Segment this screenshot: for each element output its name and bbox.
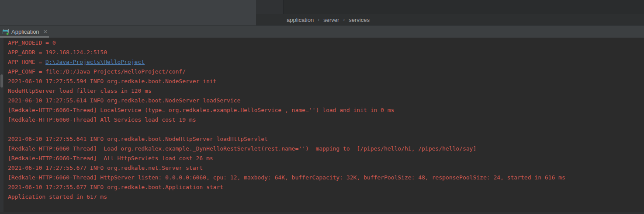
log-text: [Redkale-HTTP:6060-Thread] HttpServer li… — [8, 174, 565, 181]
console-line: APP_NODEID = 0 — [8, 38, 644, 48]
ide-window: application › server › services Applicat… — [0, 0, 644, 214]
run-console-icon — [2, 28, 9, 35]
log-text: 2021-06-10 17:27:55.677 INFO org.redkale… — [8, 165, 203, 171]
console-line: 2021-06-10 17:27:55.614 INFO org.redkale… — [8, 96, 644, 105]
header-region: application › server › services — [0, 0, 644, 25]
log-text: [Redkale-HTTP:6060-Thread] All HttpServl… — [8, 155, 213, 161]
file-path-link[interactable]: D:\Java-Projects\HelloProject — [45, 59, 145, 65]
tab-label: Application — [11, 28, 39, 36]
log-text: 2021-06-10 17:27:55.641 INFO org.redkale… — [8, 136, 268, 142]
close-icon[interactable]: ✕ — [43, 29, 48, 35]
console-line: 2021-06-10 17:27:55.641 INFO org.redkale… — [8, 134, 644, 144]
console-bottom-edge — [0, 212, 644, 214]
console-line: NodeHttpServer load filter class in 120 … — [8, 86, 644, 96]
console-line: 2021-06-10 17:27:55.677 INFO org.redkale… — [8, 182, 644, 192]
breadcrumb: application › server › services — [256, 14, 644, 25]
log-text: [Redkale-HTTP:6060-Thread] LocalService … — [8, 107, 394, 113]
console-output: APP_NODEID = 0APP_ADDR = 192.168.124.2:5… — [0, 38, 644, 214]
breadcrumb-separator-icon: › — [318, 17, 319, 23]
log-text: APP_NODEID = 0 — [8, 39, 56, 46]
header-dark-block — [284, 0, 644, 14]
console-line — [8, 125, 644, 134]
log-text: [Redkale-HTTP:6060-Thread] All Services … — [8, 116, 196, 123]
log-text: NodeHttpServer load filter class in 120 … — [8, 88, 152, 94]
console-line: [Redkale-HTTP:6060-Thread] Load org.redk… — [8, 144, 644, 154]
breadcrumb-separator-icon: › — [343, 17, 345, 23]
log-text: 2021-06-10 17:27:55.677 INFO org.redkale… — [8, 184, 223, 190]
console-line: APP_CONF = file:/D:/Java-Projects/HelloP… — [8, 67, 644, 77]
editor-empty-panel — [0, 0, 256, 25]
breadcrumb-item-application[interactable]: application — [287, 17, 314, 23]
run-toolwindow-tabbar: Application ✕ — [0, 25, 644, 38]
log-text: 2021-06-10 17:27:55.594 INFO org.redkale… — [8, 78, 216, 84]
header-right-blocks — [256, 0, 644, 14]
console-scrollbar-thumb[interactable] — [0, 74, 3, 88]
log-text: [Redkale-HTTP:6060-Thread] Load org.redk… — [8, 145, 476, 152]
console-line: [Redkale-HTTP:6060-Thread] LocalService … — [8, 105, 644, 115]
console-log: APP_NODEID = 0APP_ADDR = 192.168.124.2:5… — [8, 38, 644, 202]
console-line: Application started in 617 ms — [8, 192, 644, 202]
console-scrollbar-track[interactable] — [0, 38, 3, 214]
console-line: 2021-06-10 17:27:55.594 INFO org.redkale… — [8, 77, 644, 86]
log-text: 2021-06-10 17:27:55.614 INFO org.redkale… — [8, 97, 240, 104]
log-text: APP_ADDR = 192.168.124.2:5150 — [8, 49, 107, 56]
header-divider-block — [256, 0, 284, 14]
breadcrumb-item-services[interactable]: services — [349, 17, 370, 23]
log-text: APP_HOME = — [8, 59, 45, 65]
console-line: APP_ADDR = 192.168.124.2:5150 — [8, 48, 644, 57]
console-line: APP_HOME = D:\Java-Projects\HelloProject — [8, 57, 644, 67]
breadcrumb-item-server[interactable]: server — [323, 17, 339, 23]
tab-application[interactable]: Application ✕ — [0, 26, 52, 38]
console-line: [Redkale-HTTP:6060-Thread] HttpServer li… — [8, 173, 644, 182]
console-line: [Redkale-HTTP:6060-Thread] All HttpServl… — [8, 154, 644, 163]
log-text: Application started in 617 ms — [8, 193, 107, 200]
console-line: [Redkale-HTTP:6060-Thread] All Services … — [8, 115, 644, 125]
console-line: 2021-06-10 17:27:55.677 INFO org.redkale… — [8, 163, 644, 173]
log-text: APP_CONF = file:/D:/Java-Projects/HelloP… — [8, 68, 186, 75]
header-right-region: application › server › services — [256, 0, 644, 25]
